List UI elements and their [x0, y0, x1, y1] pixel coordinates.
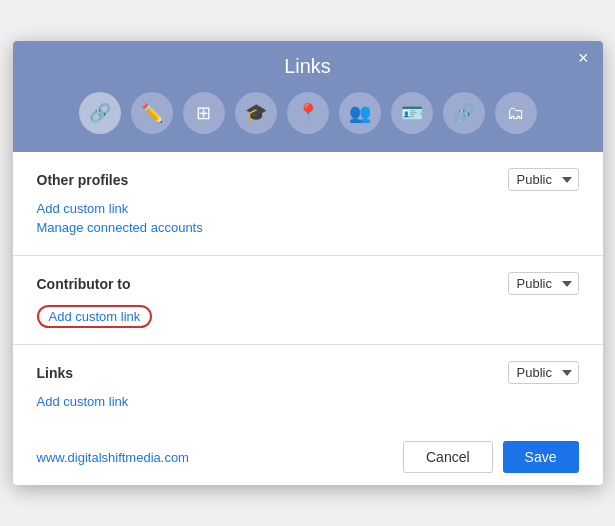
links-dialog: × Links 🔗 ✏️ ⊞ 🎓 📍 👥 🪪 🔗 🗂 Other profile…: [13, 41, 603, 485]
contributor-to-header: Contributor to Public Private: [37, 272, 579, 295]
pencil-icon[interactable]: ✏️: [131, 92, 173, 134]
contributor-to-visibility[interactable]: Public Private: [508, 272, 579, 295]
links-section: Links Public Private Add custom link: [13, 345, 603, 429]
links-section-title: Links: [37, 365, 74, 381]
links-section-header: Links Public Private: [37, 361, 579, 384]
links-visibility[interactable]: Public Private: [508, 361, 579, 384]
manage-connected-accounts-link[interactable]: Manage connected accounts: [37, 220, 579, 235]
website-link[interactable]: www.digitalshiftmedia.com: [37, 450, 189, 465]
contributor-add-custom-link[interactable]: Add custom link: [37, 305, 153, 328]
footer-buttons: Cancel Save: [403, 441, 579, 473]
save-button[interactable]: Save: [503, 441, 579, 473]
grid-icon[interactable]: ⊞: [183, 92, 225, 134]
box-icon[interactable]: 🗂: [495, 92, 537, 134]
graduation-icon[interactable]: 🎓: [235, 92, 277, 134]
dialog-header: × Links 🔗 ✏️ ⊞ 🎓 📍 👥 🪪 🔗 🗂: [13, 41, 603, 152]
close-button[interactable]: ×: [578, 49, 589, 67]
contributor-to-title: Contributor to: [37, 276, 131, 292]
cancel-button[interactable]: Cancel: [403, 441, 493, 473]
other-profiles-header: Other profiles Public Private: [37, 168, 579, 191]
contributor-to-section: Contributor to Public Private Add custom…: [13, 256, 603, 345]
chain-icon[interactable]: 🔗: [443, 92, 485, 134]
link-icon[interactable]: 🔗: [79, 92, 121, 134]
other-profiles-visibility[interactable]: Public Private: [508, 168, 579, 191]
other-profiles-title: Other profiles: [37, 172, 129, 188]
card-icon[interactable]: 🪪: [391, 92, 433, 134]
dialog-body: Other profiles Public Private Add custom…: [13, 152, 603, 429]
other-profiles-add-custom-link[interactable]: Add custom link: [37, 201, 579, 216]
other-profiles-section: Other profiles Public Private Add custom…: [13, 152, 603, 256]
location-icon[interactable]: 📍: [287, 92, 329, 134]
links-add-custom-link[interactable]: Add custom link: [37, 394, 579, 409]
people-icon[interactable]: 👥: [339, 92, 381, 134]
dialog-title: Links: [33, 55, 583, 78]
icon-row: 🔗 ✏️ ⊞ 🎓 📍 👥 🪪 🔗 🗂: [33, 92, 583, 134]
dialog-footer: www.digitalshiftmedia.com Cancel Save: [13, 429, 603, 485]
